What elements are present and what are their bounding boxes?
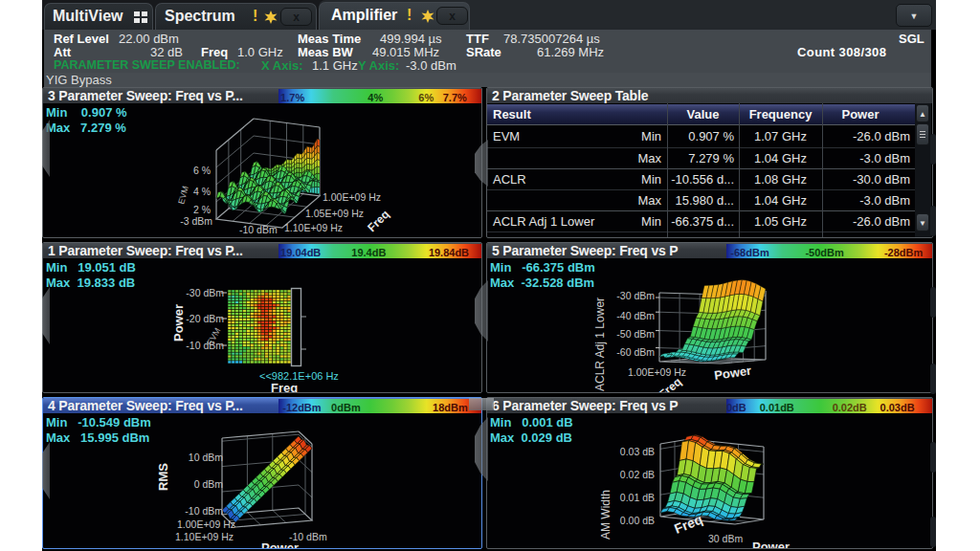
svg-text:1.00E+09 Hz: 1.00E+09 Hz (177, 518, 235, 530)
svg-text:0.02 dB: 0.02 dB (620, 469, 655, 480)
svg-text:1.05E+09 Hz: 1.05E+09 Hz (305, 208, 364, 219)
svg-text:-30 dBm: -30 dBm (186, 287, 224, 298)
svg-text:EVM: EVM (176, 185, 190, 205)
svg-text:-10 dBm: -10 dBm (239, 224, 278, 235)
svg-text:-20 dBm: -20 dBm (186, 313, 224, 324)
svg-text:0 dBm: 0 dBm (194, 478, 224, 490)
svg-text:2 %: 2 % (193, 204, 211, 215)
svg-text:Freq: Freq (271, 381, 298, 392)
svg-text:-40 dBm: -40 dBm (616, 310, 655, 321)
svg-text:1.00E+09 Hz: 1.00E+09 Hz (323, 191, 381, 203)
svg-text:30 dBm: 30 dBm (708, 533, 743, 544)
svg-text:Freq: Freq (672, 512, 704, 537)
svg-text:Freq: Freq (365, 208, 391, 234)
svg-text:-30 dBm: -30 dBm (616, 290, 655, 301)
svg-text:0.01 dB: 0.01 dB (620, 492, 655, 503)
svg-text:-60 dBm: -60 dBm (616, 346, 655, 358)
svg-text:0.00 dB: 0.00 dB (620, 515, 655, 526)
svg-text:Power: Power (752, 540, 790, 548)
svg-text:Power: Power (713, 364, 752, 383)
svg-text:0.03 dB: 0.03 dB (620, 446, 655, 457)
svg-text:AM Width: AM Width (599, 490, 612, 540)
svg-text:4 %: 4 % (193, 186, 211, 197)
svg-text:6 %: 6 % (193, 165, 211, 176)
svg-text:Power: Power (171, 304, 186, 342)
svg-text:1.10E+09 Hz: 1.10E+09 Hz (175, 531, 234, 542)
svg-text:1.00E+09 Hz: 1.00E+09 Hz (628, 366, 686, 378)
svg-text:-10 dBm: -10 dBm (185, 505, 223, 517)
svg-text:1.10E+09 Hz: 1.10E+09 Hz (284, 222, 343, 233)
svg-text:Power: Power (261, 540, 299, 548)
svg-text:ACLR Adj 1 Lower: ACLR Adj 1 Lower (593, 298, 607, 391)
svg-text:-3 dBm: -3 dBm (180, 215, 212, 227)
svg-text:10 dBm: 10 dBm (189, 452, 223, 463)
svg-text:-50 dBm: -50 dBm (616, 328, 655, 340)
svg-text:RMS: RMS (156, 463, 170, 491)
